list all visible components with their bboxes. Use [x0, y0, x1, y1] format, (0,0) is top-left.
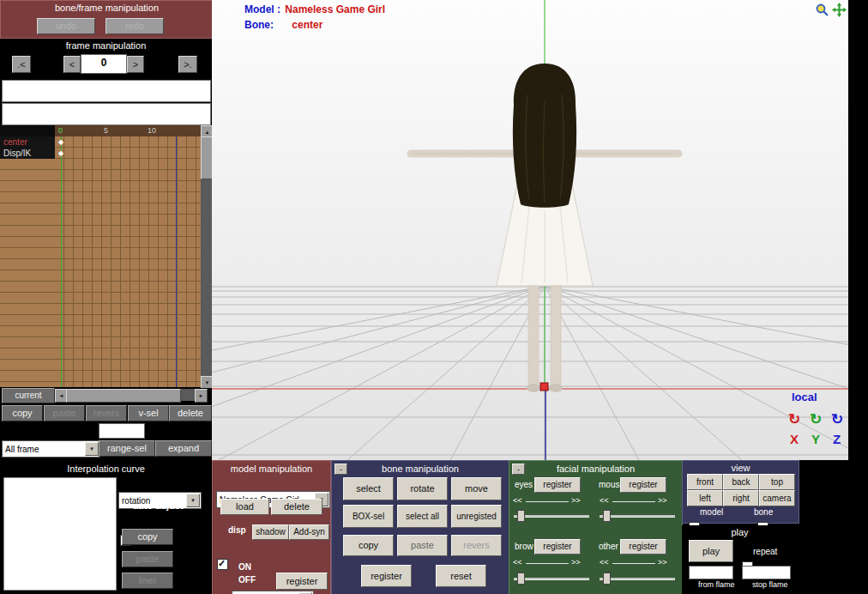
move-y-axis-icon[interactable]: Y — [811, 432, 820, 446]
redo-button[interactable]: redo — [105, 18, 164, 34]
view-front-button[interactable]: front — [687, 474, 723, 490]
scroll-right-icon[interactable]: ► — [195, 389, 208, 403]
keyframe-diamond-center[interactable]: ◆ — [57, 136, 65, 148]
range-sel-button[interactable]: range-sel — [99, 440, 155, 457]
brow-scroll-track[interactable] — [526, 563, 569, 564]
stop-flame-label: stop flame — [752, 580, 788, 589]
bone-rotate-button[interactable]: rotate — [397, 477, 448, 500]
minimize-icon[interactable]: - — [512, 464, 525, 475]
brow-scroll-dec[interactable]: << — [513, 558, 522, 567]
brow-scroll-inc[interactable]: >> — [571, 558, 581, 567]
undo-button[interactable]: undo — [37, 18, 95, 34]
bone-move-button[interactable]: move — [451, 477, 502, 500]
revers-frame-button[interactable]: revers — [86, 405, 127, 421]
add-syn-button[interactable]: Add-syn — [289, 524, 329, 540]
bone-reset-button[interactable]: reset — [436, 565, 486, 587]
mouse-scroll-inc[interactable]: >> — [658, 496, 667, 505]
accessory-select[interactable]: ▼ — [232, 591, 314, 594]
bone-row-center[interactable]: center — [3, 136, 27, 148]
chevron-down-icon[interactable]: ▼ — [186, 494, 200, 507]
curve-paste-button[interactable]: paste — [122, 551, 173, 567]
box-sel-button[interactable]: BOX-sel — [343, 505, 394, 528]
rotate-z-icon[interactable]: ↻ — [831, 410, 843, 428]
current-frame-line — [61, 136, 62, 387]
viewport-3d[interactable]: Model : Nameless Game Girl Bone: center … — [212, 0, 848, 460]
play-start-frame-input[interactable] — [689, 566, 733, 579]
bone-row-disp-ik[interactable]: Disp/IK — [3, 148, 31, 159]
pan-move-icon[interactable] — [832, 3, 847, 17]
delete-model-button[interactable]: delete — [271, 499, 322, 515]
other-register-button[interactable]: register — [620, 539, 666, 555]
eyes-scroll-track[interactable] — [526, 501, 569, 502]
prev-frame-button[interactable]: < — [63, 56, 81, 73]
timeline-ruler[interactable]: 0 5 10 — [55, 125, 201, 136]
current-button[interactable]: current — [2, 388, 55, 403]
rotate-x-icon[interactable]: ↻ — [788, 410, 800, 428]
select-all-button[interactable]: select all — [397, 505, 448, 528]
mouse-register-button[interactable]: register — [620, 477, 666, 493]
bone-revers-button[interactable]: revers — [451, 535, 502, 556]
move-x-axis-icon[interactable]: X — [790, 432, 799, 446]
mouse-scroll-track[interactable] — [612, 501, 655, 502]
mouse-slider-thumb[interactable] — [603, 510, 611, 522]
minimize-icon[interactable]: - — [335, 464, 347, 475]
first-frame-button[interactable]: .< — [12, 56, 31, 73]
mouse-slider-track[interactable] — [600, 515, 675, 518]
eyes-scroll-inc[interactable]: >> — [571, 496, 581, 505]
disp-checkbox[interactable] — [217, 559, 228, 570]
eyes-slider-thumb[interactable] — [517, 510, 525, 522]
brow-slider-thumb[interactable] — [517, 573, 525, 585]
other-scroll-dec[interactable]: << — [600, 558, 609, 567]
mouse-scroll-dec[interactable]: << — [600, 496, 609, 505]
zoom-icon[interactable] — [815, 3, 829, 17]
view-panel: view front back top left right camera mo… — [682, 460, 799, 524]
view-camera-button[interactable]: camera — [759, 490, 795, 506]
next-frame-button[interactable]: > — [127, 56, 144, 73]
keyframe-diamond-disp-ik[interactable]: ◆ — [57, 148, 65, 159]
other-scroll-track[interactable] — [612, 563, 655, 564]
eyes-slider-track[interactable] — [514, 515, 589, 518]
other-slider-track[interactable] — [600, 578, 675, 580]
timeline-vscrollbar[interactable]: ▲ ▼ — [201, 125, 212, 387]
other-scroll-inc[interactable]: >> — [658, 558, 667, 567]
rotate-y-icon[interactable]: ↻ — [810, 410, 822, 428]
play-button[interactable]: play — [689, 540, 733, 562]
range-value-input[interactable] — [99, 423, 145, 439]
frame-list-box[interactable] — [2, 103, 211, 125]
curve-liner-button[interactable]: liner — [122, 573, 173, 589]
eyes-register-button[interactable]: register — [534, 477, 581, 493]
bone-paste-button[interactable]: paste — [397, 535, 448, 556]
move-z-axis-icon[interactable]: Z — [833, 432, 841, 446]
frame-number-input[interactable]: 0 — [81, 54, 127, 74]
unregisted-button[interactable]: unregisted — [451, 505, 502, 528]
copy-frame-button[interactable]: copy — [2, 405, 43, 421]
other-slider-thumb[interactable] — [603, 573, 611, 585]
view-top-button[interactable]: top — [759, 474, 795, 490]
timeline-hscrollbar[interactable] — [66, 389, 195, 401]
view-right-button[interactable]: right — [723, 490, 759, 506]
bone-register-button[interactable]: register — [361, 565, 412, 587]
view-left-button[interactable]: left — [687, 490, 723, 506]
all-frame-select[interactable]: All frame ▼ — [2, 440, 100, 458]
timeline-grid[interactable]: ◆ ◆ — [55, 136, 201, 387]
load-model-button[interactable]: load — [220, 499, 269, 515]
expand-button[interactable]: expand — [155, 440, 212, 457]
curve-copy-button[interactable]: copy — [122, 529, 173, 545]
brow-slider-track[interactable] — [514, 578, 589, 580]
shadow-button[interactable]: shadow — [252, 524, 289, 540]
hscroll-thumb[interactable] — [66, 389, 181, 403]
v-sel-button[interactable]: v-sel — [128, 405, 169, 421]
chevron-down-icon[interactable]: ▼ — [85, 442, 99, 456]
brow-register-button[interactable]: register — [534, 539, 581, 555]
view-back-button[interactable]: back — [723, 474, 759, 490]
paste-frame-button[interactable]: paste — [44, 405, 85, 421]
bone-list-box[interactable] — [2, 80, 211, 102]
delete-frame-button[interactable]: delete — [169, 405, 212, 421]
bone-select-button[interactable]: select — [343, 477, 394, 500]
eyes-scroll-dec[interactable]: << — [513, 496, 522, 505]
model-register-button[interactable]: register — [276, 573, 328, 590]
bone-copy-button[interactable]: copy — [343, 535, 394, 556]
play-stop-frame-input[interactable] — [742, 566, 791, 579]
interpolation-graph[interactable] — [3, 477, 117, 591]
last-frame-button[interactable]: >. — [178, 56, 197, 73]
